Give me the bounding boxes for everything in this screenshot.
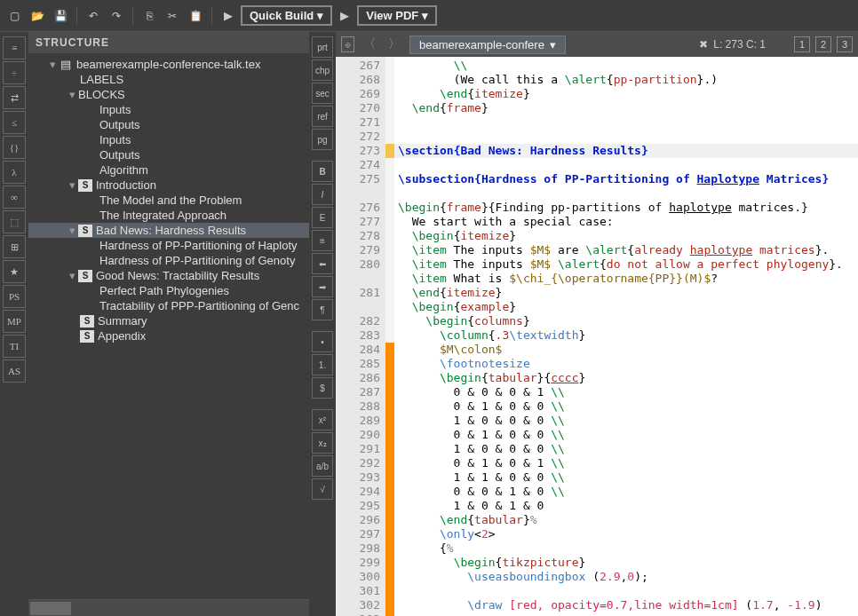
tool-button[interactable]: x₂ (312, 432, 333, 454)
tool-button[interactable]: √ (312, 478, 333, 500)
tree-section[interactable]: ▾SBad News: Hardness Results (28, 223, 309, 238)
symbol-button[interactable]: ⊞ (3, 235, 26, 258)
editor-area: ⟐ 〈 〉 beamerexample-confere▾ ✖ L: 273 C:… (336, 32, 858, 616)
structure-panel: STRUCTURE ▾▤beamerexample-conference-tal… (28, 32, 309, 616)
open-file-icon[interactable]: 📂 (27, 5, 48, 27)
collapse-icon[interactable]: ▾ (66, 224, 78, 237)
tool-button[interactable]: ≡ (312, 230, 333, 251)
symbol-button[interactable]: AS (3, 359, 26, 383)
line-number-gutter: 2672682692702712722732742752762772782792… (348, 57, 385, 616)
tool-button[interactable]: chp (312, 59, 333, 81)
structure-title: STRUCTURE (28, 32, 309, 53)
tree-subsection[interactable]: The Integrated Approach (28, 208, 309, 223)
copy-icon[interactable]: ⎘ (139, 5, 160, 27)
filename-label: beamerexample-confere (419, 38, 544, 51)
tool-button[interactable]: ref (312, 106, 333, 127)
file-icon: ▤ (59, 59, 73, 71)
tree-subsection[interactable]: Perfect Path Phylogenies (28, 283, 309, 298)
symbol-button[interactable]: ⬚ (3, 210, 26, 233)
collapse-icon[interactable]: ▾ (46, 58, 59, 71)
view-combo[interactable]: View PDF▾ (357, 5, 437, 26)
tree-subsection[interactable]: Tractability of PPP-Partitioning of Genc (28, 298, 309, 313)
build-label: Quick Build (250, 9, 314, 22)
file-selector[interactable]: beamerexample-confere▾ (409, 36, 566, 54)
tree-label: LABELS (80, 73, 123, 86)
tool-button[interactable]: 1. (312, 354, 333, 375)
view-play-icon[interactable]: ▶ (334, 5, 355, 27)
new-file-icon[interactable]: ▢ (4, 5, 25, 27)
tree-block-item[interactable]: Algorithm (28, 162, 309, 178)
tree-block-item[interactable]: Outputs (28, 147, 309, 162)
nav-back-icon[interactable]: 〈 (360, 36, 379, 52)
tool-button[interactable]: ⬅ (312, 253, 333, 274)
tool-button[interactable]: I (312, 184, 333, 205)
scrollbar-thumb[interactable] (30, 602, 71, 615)
code-editor[interactable]: 2672682692702712722732742752762772782792… (336, 57, 858, 616)
redo-icon[interactable]: ↷ (106, 5, 127, 27)
collapse-icon[interactable]: ▾ (66, 178, 78, 192)
tool-button[interactable]: sec (312, 83, 333, 104)
tool-button[interactable]: x² (312, 409, 333, 430)
view-3-button[interactable]: 3 (837, 36, 853, 52)
tree-section[interactable]: ▾SGood News: Tractability Results (28, 268, 309, 283)
tree-subsection[interactable]: Hardness of PP-Partitioning of Haploty (28, 238, 309, 253)
symbol-button[interactable]: ★ (3, 260, 26, 283)
nav-forward-icon[interactable]: 〉 (385, 36, 404, 52)
symbol-button[interactable]: ∞ (3, 186, 26, 209)
symbol-button[interactable]: {} (3, 136, 26, 159)
tree-section[interactable]: SAppendix (28, 328, 309, 344)
symbol-button[interactable]: ≡ (3, 36, 26, 59)
symbol-button[interactable]: ÷ (3, 61, 26, 84)
chevron-down-icon: ▾ (550, 38, 556, 51)
chevron-down-icon: ▾ (422, 9, 428, 22)
tool-button[interactable]: $ (312, 377, 333, 399)
tree-labels[interactable]: LABELS (28, 72, 309, 87)
tree-blocks[interactable]: ▾BLOCKS (28, 87, 309, 102)
tool-button[interactable]: ¶ (312, 299, 333, 320)
tool-button[interactable]: • (312, 331, 333, 352)
change-marks-gutter (385, 57, 394, 616)
chevron-down-icon: ▾ (317, 9, 323, 22)
tree-block-item[interactable]: Outputs (28, 117, 309, 132)
symbol-button[interactable]: PS (3, 285, 26, 308)
view-1-button[interactable]: 1 (794, 36, 810, 52)
tool-button[interactable]: ➡ (312, 276, 333, 297)
cursor-position: L: 273 C: 1 (713, 38, 766, 51)
symbol-button[interactable]: ≤ (3, 111, 26, 134)
section-icon: S (80, 315, 94, 328)
tool-button[interactable]: pg (312, 129, 333, 150)
separator (132, 7, 133, 25)
collapse-icon[interactable]: ▾ (66, 269, 78, 282)
tool-button[interactable]: a/b (312, 455, 333, 477)
collapse-icon[interactable]: ▾ (66, 88, 78, 101)
view-2-button[interactable]: 2 (815, 36, 831, 52)
build-play-icon[interactable]: ▶ (218, 5, 239, 27)
tree-section[interactable]: SSummary (28, 313, 309, 328)
undo-icon[interactable]: ↶ (83, 5, 104, 27)
main-toolbar: ▢ 📂 💾 ↶ ↷ ⎘ ✂ 📋 ▶ Quick Build▾ ▶ View PD… (0, 0, 858, 32)
sync-icon[interactable]: ⟐ (341, 36, 354, 52)
tool-button[interactable]: E (312, 207, 333, 228)
close-icon[interactable]: ✖ (699, 38, 708, 51)
tree-section[interactable]: ▾SIntroduction (28, 178, 309, 193)
horizontal-scrollbar[interactable] (28, 599, 309, 616)
tree-subsection[interactable]: Hardness of PP-Partitioning of Genoty (28, 253, 309, 268)
symbol-button[interactable]: λ (3, 161, 26, 184)
separator (211, 7, 212, 25)
save-icon[interactable]: 💾 (50, 5, 71, 27)
tree-root[interactable]: ▾▤beamerexample-conference-talk.tex (28, 57, 309, 72)
fold-gutter[interactable] (336, 57, 348, 616)
editor-header: ⟐ 〈 〉 beamerexample-confere▾ ✖ L: 273 C:… (336, 32, 858, 57)
symbol-button[interactable]: TI (3, 335, 26, 358)
code-content[interactable]: \\ (We call this a \alert{pp-partition}.… (394, 57, 858, 616)
tree-block-item[interactable]: Inputs (28, 132, 309, 147)
tree-block-item[interactable]: Inputs (28, 102, 309, 117)
tree-subsection[interactable]: The Model and the Problem (28, 193, 309, 208)
build-combo[interactable]: Quick Build▾ (241, 5, 332, 26)
tool-button[interactable]: B (312, 161, 333, 182)
tool-button[interactable]: prt (312, 36, 333, 58)
cut-icon[interactable]: ✂ (162, 5, 183, 27)
symbol-button[interactable]: ⇄ (3, 86, 26, 109)
symbol-button[interactable]: MP (3, 310, 26, 333)
paste-icon[interactable]: 📋 (185, 5, 206, 27)
